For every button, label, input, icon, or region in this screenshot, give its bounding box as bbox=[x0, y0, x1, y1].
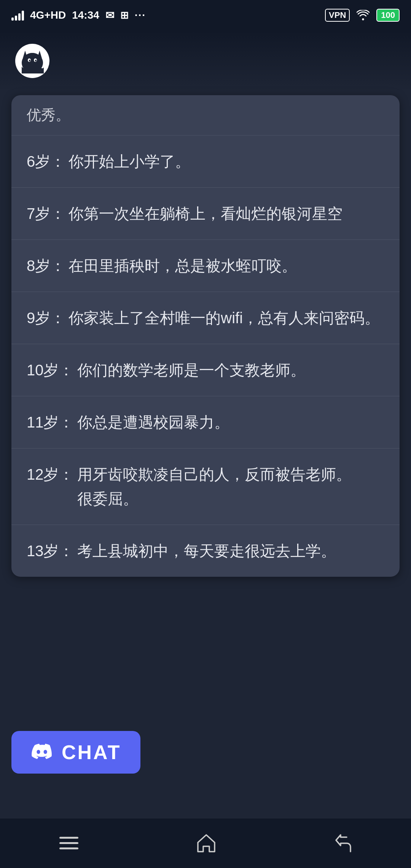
app-header bbox=[0, 30, 411, 91]
age-text-5: 你总是遭遇校园暴力。 bbox=[77, 410, 385, 434]
age-label-4: 10岁： bbox=[27, 358, 74, 382]
age-text-1: 你第一次坐在躺椅上，看灿烂的银河星空 bbox=[68, 201, 384, 226]
app-logo-svg bbox=[19, 48, 46, 74]
age-text-3: 你家装上了全村唯一的wifi，总有人来问密码。 bbox=[68, 306, 384, 330]
age-item-5: 11岁： 你总是遭遇校园暴力。 bbox=[11, 396, 400, 448]
partial-text: 优秀。 bbox=[27, 107, 70, 123]
vpn-badge: VPN bbox=[325, 9, 350, 22]
age-label-3: 9岁： bbox=[27, 306, 65, 330]
network-type: 4G+HD bbox=[30, 9, 66, 21]
age-item-0: 6岁： 你开始上小学了。 bbox=[11, 136, 400, 188]
nav-home-button[interactable] bbox=[196, 833, 217, 854]
discord-icon bbox=[30, 741, 53, 764]
status-bar: 4G+HD 14:34 ✉ ⊞ ··· VPN 100 bbox=[0, 0, 411, 30]
nav-back-button[interactable] bbox=[332, 833, 354, 854]
svg-rect-8 bbox=[59, 837, 78, 839]
app-logo bbox=[15, 44, 49, 78]
nav-menu-button[interactable] bbox=[57, 834, 80, 853]
svg-point-6 bbox=[29, 60, 30, 62]
age-text-2: 在田里插秧时，总是被水蛭叮咬。 bbox=[68, 254, 384, 278]
age-item-6: 12岁： 用牙齿咬欺凌自己的人，反而被告老师。 很委屈。 bbox=[11, 448, 400, 525]
age-item-4: 10岁： 你们的数学老师是一个支教老师。 bbox=[11, 344, 400, 396]
age-text-7: 考上县城初中，每天要走很远去上学。 bbox=[77, 539, 385, 563]
svg-rect-10 bbox=[59, 847, 78, 849]
age-label-0: 6岁： bbox=[27, 149, 65, 174]
age-item-2: 8岁： 在田里插秧时，总是被水蛭叮咬。 bbox=[11, 240, 400, 292]
signal-icon bbox=[11, 10, 24, 21]
dots-icon: ··· bbox=[135, 9, 146, 21]
age-item-1: 7岁： 你第一次坐在躺椅上，看灿烂的银河星空 bbox=[11, 188, 400, 240]
age-label-6: 12岁： bbox=[27, 462, 74, 511]
main-content: 优秀。 6岁： 你开始上小学了。 7岁： 你第一次坐在躺椅上，看灿烂的银河星空 … bbox=[0, 91, 411, 720]
age-label-1: 7岁： bbox=[27, 201, 65, 226]
discord-chat-button[interactable]: CHAT bbox=[11, 731, 140, 774]
svg-rect-9 bbox=[59, 842, 78, 844]
status-left: 4G+HD 14:34 ✉ ⊞ ··· bbox=[11, 9, 146, 22]
discord-chat-label: CHAT bbox=[62, 741, 121, 764]
age-text-4: 你们的数学老师是一个支教老师。 bbox=[77, 358, 385, 382]
age-label-5: 11岁： bbox=[27, 410, 74, 434]
mail-icon: ✉ bbox=[105, 9, 114, 22]
time: 14:34 bbox=[72, 9, 99, 21]
age-text-6: 用牙齿咬欺凌自己的人，反而被告老师。 很委屈。 bbox=[77, 462, 385, 511]
age-item-3: 9岁： 你家装上了全村唯一的wifi，总有人来问密码。 bbox=[11, 292, 400, 344]
bottom-area: CHAT bbox=[0, 720, 411, 819]
battery-badge: 100 bbox=[376, 9, 400, 22]
message-card: 优秀。 6岁： 你开始上小学了。 7岁： 你第一次坐在躺椅上，看灿烂的银河星空 … bbox=[11, 95, 400, 577]
age-item-7: 13岁： 考上县城初中，每天要走很远去上学。 bbox=[11, 525, 400, 577]
notification-icon: ⊞ bbox=[120, 10, 129, 21]
age-text-0: 你开始上小学了。 bbox=[68, 149, 384, 174]
status-right: VPN 100 bbox=[325, 9, 400, 22]
wifi-icon bbox=[357, 10, 370, 21]
age-label-2: 8岁： bbox=[27, 254, 65, 278]
svg-point-7 bbox=[35, 60, 37, 62]
nav-bar bbox=[0, 819, 411, 868]
partial-item: 优秀。 bbox=[11, 95, 400, 136]
age-label-7: 13岁： bbox=[27, 539, 74, 563]
